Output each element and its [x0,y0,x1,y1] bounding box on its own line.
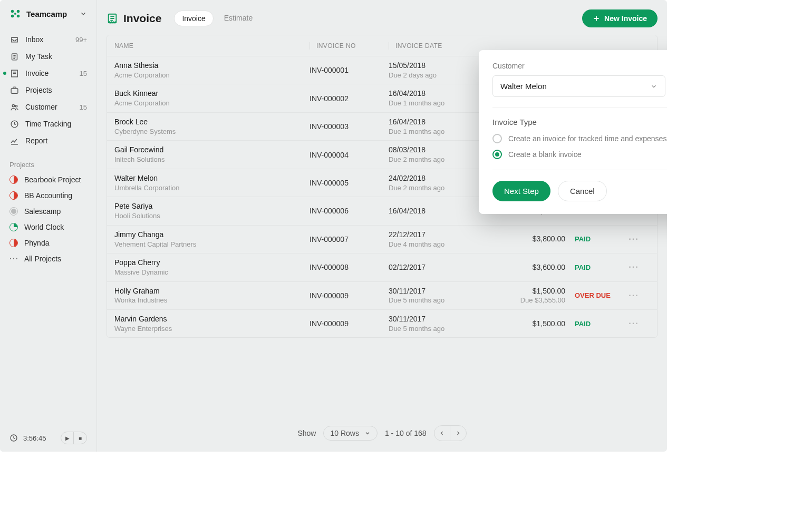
next-page-button[interactable] [450,426,466,441]
cell-customer: Holly GrahamWonka Industries [114,286,310,305]
cell-amount: $1,500.00Due $3,555.00 [481,286,565,305]
nav-label: My Task [25,52,52,61]
invoice-type-label: Invoice Type [492,118,667,126]
project-item[interactable]: Salescamp [0,203,96,219]
cell-status: PAID [565,264,618,271]
col-invoice-date: INVOICE DATE [389,42,481,50]
cell-date: 15/05/2018Due 2 days ago [389,61,481,80]
cell-date: 02/12/2017 [389,262,481,272]
project-dot-icon [9,239,18,247]
stop-button[interactable]: ■ [74,432,86,444]
brand-row[interactable]: Teamcamp [0,8,96,28]
cell-customer: Poppa CherryMassive Dynamic [114,258,310,277]
cell-status: OVER DUE [565,291,618,299]
project-dot-icon [9,175,18,184]
cell-invoice-no: INV-000006 [310,207,389,215]
clock-icon [9,434,18,442]
plus-icon [593,15,600,22]
nav-item-customer[interactable]: Customer15 [0,99,96,115]
tab-invoice[interactable]: Invoice [174,11,213,26]
svg-point-0 [11,10,14,13]
brand-name: Teamcamp [26,9,74,18]
page-arrows [434,425,467,441]
cancel-button[interactable]: Cancel [558,181,607,201]
svg-point-3 [17,15,20,18]
prev-page-button[interactable] [434,426,450,441]
cell-date: 24/02/2018Due 2 months ago [389,173,481,192]
invoice-type-tracked[interactable]: Create an invoice for tracked time and e… [492,134,667,143]
cell-date: 30/11/2017Due 5 months ago [389,314,481,333]
new-invoice-label: New Invoice [604,14,647,23]
briefcase-icon [9,85,19,95]
nav-item-invoice[interactable]: Invoice15 [0,65,96,82]
all-projects[interactable]: ··· All Projects [0,251,96,267]
show-label: Show [297,429,316,437]
cell-invoice-no: INV-000008 [310,263,389,271]
project-label: Salescamp [24,207,61,216]
sidebar-footer: 3:56:45 ▶ ■ [0,424,96,452]
more-icon: ··· [9,255,18,263]
cell-invoice-no: INV-000005 [310,179,389,187]
nav-badge: 99+ [75,36,87,44]
nav-item-my-task[interactable]: My Task [0,48,96,65]
customer-select[interactable]: Walter Melon [492,75,665,97]
cell-status: PAID [565,320,618,328]
users-icon [9,102,19,112]
row-more-button[interactable]: ··· [618,319,650,328]
svg-rect-7 [11,88,18,93]
cell-customer: Brock LeeCyberdyne Systems [114,117,310,136]
task-icon [9,52,19,61]
nav-label: Projects [25,86,52,94]
table-row[interactable]: Poppa CherryMassive DynamicINV-00000802/… [107,253,657,281]
page-range: 1 - 10 of 168 [385,429,427,437]
new-invoice-button[interactable]: New Invoice [582,9,658,27]
table-row[interactable]: Jimmy ChangaVehement Capital PartnersINV… [107,225,657,253]
cell-invoice-no: INV-000004 [310,151,389,159]
invoice-type-blank[interactable]: Create a blank invoice [492,150,667,159]
row-more-button[interactable]: ··· [618,291,650,300]
next-step-button[interactable]: Next Step [492,181,550,201]
cell-date: 30/11/2017Due 5 months ago [389,286,481,305]
topbar: Invoice InvoiceEstimate New Invoice [107,6,658,35]
table-row[interactable]: Holly GrahamWonka IndustriesINV-00000930… [107,281,657,309]
play-button[interactable]: ▶ [61,432,74,444]
nav-label: Report [25,136,47,145]
cell-invoice-no: INV-000002 [310,94,389,103]
nav-item-time-tracking[interactable]: Time Tracking [0,115,96,132]
project-label: Bearbook Project [24,175,81,184]
project-item[interactable]: Bearbook Project [0,172,96,188]
cell-customer: Gail ForcewindInitech Solutions [114,145,310,164]
cell-date: 08/03/2018Due 2 months ago [389,145,481,164]
project-label: World Clock [24,223,64,231]
project-item[interactable]: Phynda [0,235,96,251]
chevron-down-icon [650,83,658,90]
all-projects-label: All Projects [24,255,61,263]
row-more-button[interactable]: ··· [618,235,650,244]
invoice-type-blank-label: Create a blank invoice [508,150,582,159]
nav-item-inbox[interactable]: Inbox99+ [0,31,96,48]
cell-customer: Buck KinnearAcme Corporation [114,89,310,108]
inbox-icon [9,35,19,44]
nav-item-report[interactable]: Report [0,132,96,149]
project-item[interactable]: BB Accounting [0,188,96,203]
cell-customer: Marvin GardensWayne Enterprises [114,314,310,333]
nav-label: Customer [25,103,57,111]
page-title-text: Invoice [123,12,161,25]
project-item[interactable]: World Clock [0,219,96,235]
tab-estimate[interactable]: Estimate [217,11,260,26]
rows-select[interactable]: 10 Rows [323,426,377,441]
cell-amount: $3,800.00 [481,234,565,244]
clock-icon [9,119,19,129]
receipt-icon [107,13,118,24]
chevron-down-icon[interactable] [80,10,87,17]
row-more-button[interactable]: ··· [618,262,650,272]
cell-invoice-no: INV-000003 [310,122,389,131]
nav-badge: 15 [80,70,87,77]
nav-item-projects[interactable]: Projects [0,82,96,99]
table-row[interactable]: Marvin GardensWayne EnterprisesINV-00000… [107,309,657,337]
sidebar: Teamcamp Inbox99+My TaskInvoice15Project… [0,0,97,452]
pager: Show 10 Rows 1 - 10 of 168 [107,416,658,444]
timer-controls: ▶ ■ [61,432,87,444]
svg-point-9 [15,105,17,107]
col-invoice-no: INVOICE NO [310,42,389,50]
